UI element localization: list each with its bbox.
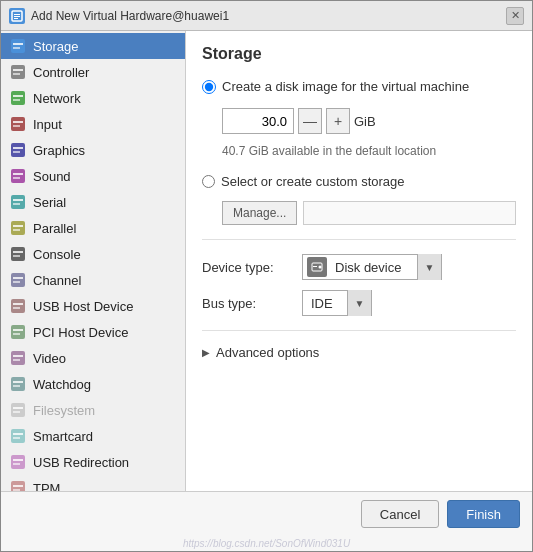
- sidebar-item-usbhost[interactable]: USB Host Device: [1, 293, 185, 319]
- bus-type-value: IDE: [303, 296, 347, 311]
- svg-rect-16: [11, 143, 25, 157]
- svg-rect-8: [13, 69, 23, 71]
- sidebar-item-sound[interactable]: Sound: [1, 163, 185, 189]
- svg-rect-22: [11, 195, 25, 209]
- svg-rect-47: [13, 407, 23, 409]
- available-text: 40.7 GiB available in the default locati…: [222, 144, 516, 158]
- sidebar-label-storage: Storage: [33, 39, 79, 54]
- filesystem-icon: [9, 401, 27, 419]
- bus-type-arrow: ▼: [347, 290, 371, 316]
- svg-rect-1: [14, 14, 20, 15]
- device-type-arrow: ▼: [417, 254, 441, 280]
- svg-rect-66: [313, 266, 317, 267]
- sidebar-label-usbhost: USB Host Device: [33, 299, 133, 314]
- window-icon: [9, 8, 25, 24]
- svg-rect-29: [13, 251, 23, 253]
- sidebar-item-input[interactable]: Input: [1, 111, 185, 137]
- close-button[interactable]: ✕: [506, 7, 524, 25]
- sidebar-item-video[interactable]: Video: [1, 345, 185, 371]
- svg-rect-6: [13, 47, 20, 49]
- sidebar-item-tpm[interactable]: TPM: [1, 475, 185, 491]
- watchdog-icon: [9, 375, 27, 393]
- sidebar-item-smartcard[interactable]: Smartcard: [1, 423, 185, 449]
- video-icon: [9, 349, 27, 367]
- device-type-label: Device type:: [202, 260, 292, 275]
- increment-button[interactable]: +: [326, 108, 350, 134]
- svg-rect-49: [11, 429, 25, 443]
- advanced-options-row[interactable]: ▶ Advanced options: [202, 345, 516, 360]
- sidebar-label-serial: Serial: [33, 195, 66, 210]
- svg-rect-37: [11, 325, 25, 339]
- decrement-button[interactable]: —: [298, 108, 322, 134]
- parallel-icon: [9, 219, 27, 237]
- svg-rect-2: [14, 16, 20, 17]
- svg-rect-27: [13, 229, 20, 231]
- sidebar-item-usbredir[interactable]: USB Redirection: [1, 449, 185, 475]
- console-icon: [9, 245, 27, 263]
- sidebar-label-filesystem: Filesystem: [33, 403, 95, 418]
- usbredir-icon: [9, 453, 27, 471]
- device-type-value: Disk device: [331, 260, 417, 275]
- disk-device-icon: [307, 257, 327, 277]
- window-title: Add New Virtual Hardware@huawei1: [31, 9, 500, 23]
- svg-rect-35: [13, 303, 23, 305]
- svg-rect-53: [13, 459, 23, 461]
- sidebar-label-console: Console: [33, 247, 81, 262]
- create-disk-radio[interactable]: [202, 80, 216, 94]
- svg-rect-51: [13, 437, 20, 439]
- device-type-select[interactable]: Disk device ▼: [302, 254, 442, 280]
- sidebar-item-serial[interactable]: Serial: [1, 189, 185, 215]
- manage-button[interactable]: Manage...: [222, 201, 297, 225]
- sidebar-label-parallel: Parallel: [33, 221, 76, 236]
- main-window: Add New Virtual Hardware@huawei1 ✕ Stora…: [0, 0, 533, 552]
- svg-rect-56: [13, 485, 23, 487]
- bus-type-label: Bus type:: [202, 296, 292, 311]
- svg-rect-25: [11, 221, 25, 235]
- sidebar-label-watchdog: Watchdog: [33, 377, 91, 392]
- finish-button[interactable]: Finish: [447, 500, 520, 528]
- sidebar-label-pcihost: PCI Host Device: [33, 325, 128, 340]
- sidebar-item-storage[interactable]: Storage: [1, 33, 185, 59]
- sidebar-item-filesystem: Filesystem: [1, 397, 185, 423]
- sidebar-item-watchdog[interactable]: Watchdog: [1, 371, 185, 397]
- disk-unit: GiB: [354, 114, 376, 129]
- sidebar-item-pcihost[interactable]: PCI Host Device: [1, 319, 185, 345]
- sidebar-label-graphics: Graphics: [33, 143, 85, 158]
- svg-rect-48: [13, 411, 20, 413]
- graphics-icon: [9, 141, 27, 159]
- manage-path-input[interactable]: [303, 201, 516, 225]
- svg-rect-20: [13, 173, 23, 175]
- titlebar: Add New Virtual Hardware@huawei1 ✕: [1, 1, 532, 31]
- sidebar-item-controller[interactable]: Controller: [1, 59, 185, 85]
- svg-rect-33: [13, 281, 20, 283]
- sidebar-item-channel[interactable]: Channel: [1, 267, 185, 293]
- input-icon: [9, 115, 27, 133]
- sidebar-item-network[interactable]: Network: [1, 85, 185, 111]
- storage-icon: [9, 37, 27, 55]
- bus-type-select[interactable]: IDE ▼: [302, 290, 372, 316]
- svg-rect-17: [13, 147, 23, 149]
- svg-rect-45: [13, 385, 20, 387]
- cancel-button[interactable]: Cancel: [361, 500, 439, 528]
- svg-rect-11: [13, 95, 23, 97]
- usbhost-icon: [9, 297, 27, 315]
- panel-title: Storage: [202, 45, 516, 63]
- sidebar-label-channel: Channel: [33, 273, 81, 288]
- device-type-row: Device type: Disk device ▼: [202, 254, 516, 280]
- disk-size-input[interactable]: [222, 108, 294, 134]
- custom-storage-radio[interactable]: [202, 175, 215, 188]
- sidebar-label-controller: Controller: [33, 65, 89, 80]
- svg-rect-13: [11, 117, 25, 131]
- tpm-icon: [9, 479, 27, 491]
- sidebar-item-graphics[interactable]: Graphics: [1, 137, 185, 163]
- sidebar-label-usbredir: USB Redirection: [33, 455, 129, 470]
- svg-rect-14: [13, 121, 23, 123]
- svg-rect-7: [11, 65, 25, 79]
- sidebar-item-console[interactable]: Console: [1, 241, 185, 267]
- sidebar-item-parallel[interactable]: Parallel: [1, 215, 185, 241]
- svg-rect-38: [13, 329, 23, 331]
- svg-rect-26: [13, 225, 23, 227]
- channel-icon: [9, 271, 27, 289]
- svg-rect-31: [11, 273, 25, 287]
- sidebar-label-network: Network: [33, 91, 81, 106]
